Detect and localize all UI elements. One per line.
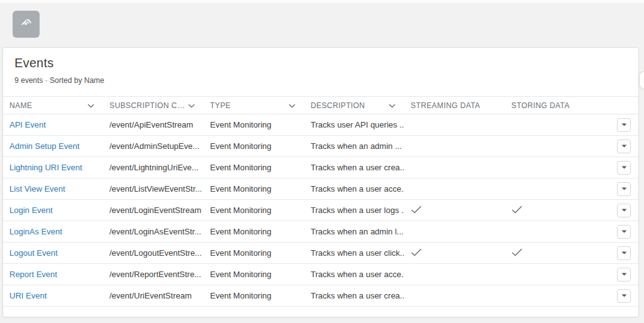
- row-actions-dropdown-button[interactable]: [617, 268, 631, 282]
- chevron-down-icon[interactable]: [289, 101, 296, 110]
- subscription-channel-cell: /event/LogoutEventStre...: [103, 243, 204, 264]
- row-actions-cell: [609, 157, 638, 178]
- row-actions-dropdown-button[interactable]: [617, 225, 631, 239]
- column-header-description[interactable]: DESCRIPTION: [304, 97, 404, 114]
- description-cell: Tracks when a user click...: [304, 243, 404, 264]
- page-top-strip: [0, 0, 644, 3]
- event-name-link[interactable]: Admin Setup Event: [9, 141, 79, 151]
- type-cell: Event Monitoring: [204, 243, 304, 264]
- column-header-actions: [609, 97, 638, 114]
- table-row: URI Event /event/UriEventStream Event Mo…: [3, 285, 638, 307]
- storing-check-icon: [511, 248, 523, 258]
- row-actions-dropdown-button[interactable]: [617, 118, 631, 132]
- storing-data-cell: [505, 114, 609, 136]
- name-cell: Report Event: [3, 264, 103, 285]
- subscription-channel-cell: /event/ListViewEventStr...: [103, 178, 204, 200]
- storing-data-cell: [505, 200, 609, 221]
- table-row: Report Event /event/ReportEventStre... E…: [3, 264, 638, 285]
- name-cell: LoginAs Event: [3, 221, 103, 243]
- events-list-view-card: Events 9 events · Sorted by Name NAME: [3, 47, 639, 317]
- name-cell: API Event: [3, 114, 103, 136]
- description-cell: Tracks when a user acce...: [304, 178, 404, 200]
- streaming-data-cell: [404, 200, 505, 221]
- row-actions-cell: [609, 243, 638, 264]
- event-name-link[interactable]: API Event: [9, 120, 46, 129]
- storing-data-cell: [505, 178, 609, 200]
- column-header-streaming-data: STREAMING DATA: [404, 97, 505, 114]
- event-name-link[interactable]: List View Event: [9, 184, 65, 194]
- event-name-link[interactable]: URI Event: [9, 291, 47, 300]
- storing-check-icon: [511, 205, 523, 216]
- list-view-summary: 9 events · Sorted by Name: [14, 76, 627, 85]
- row-actions-dropdown-button[interactable]: [617, 140, 631, 153]
- row-actions-cell: [609, 264, 638, 285]
- row-actions-dropdown-button[interactable]: [617, 161, 631, 175]
- description-cell: Tracks when a user crea...: [304, 285, 404, 307]
- type-cell: Event Monitoring: [204, 157, 304, 178]
- subscription-channel-cell: /event/LoginEventStream: [103, 200, 204, 221]
- storing-data-cell: [505, 243, 609, 264]
- storing-data-cell: [505, 264, 609, 285]
- description-cell: Tracks when a user crea...: [304, 157, 404, 178]
- table-row: Admin Setup Event /event/AdminSetupEve..…: [3, 136, 638, 157]
- streaming-data-cell: [404, 178, 505, 200]
- right-edge-panel-handle[interactable]: [639, 71, 644, 89]
- events-table: NAME SUBSCRIPTION CH...: [3, 96, 638, 307]
- type-cell: Event Monitoring: [204, 178, 304, 200]
- table-body: API Event /event/ApiEventStream Event Mo…: [3, 114, 638, 307]
- table-row: List View Event /event/ListViewEventStr.…: [3, 178, 638, 200]
- description-cell: Tracks when a user acce...: [304, 264, 404, 285]
- chevron-down-icon[interactable]: [389, 101, 396, 110]
- streaming-data-cell: [404, 157, 505, 178]
- column-header-subscription-channel[interactable]: SUBSCRIPTION CH...: [103, 97, 204, 114]
- event-name-link[interactable]: Lightning URI Event: [9, 163, 82, 172]
- storing-data-cell: [505, 136, 609, 157]
- subscription-channel-cell: /event/AdminSetupEve...: [103, 136, 204, 157]
- column-header-name[interactable]: NAME: [3, 97, 103, 114]
- chevron-down-icon[interactable]: [188, 101, 195, 110]
- name-cell: Login Event: [3, 200, 103, 221]
- row-actions-dropdown-button[interactable]: [617, 246, 631, 260]
- event-name-link[interactable]: Report Event: [9, 270, 57, 279]
- subscription-channel-cell: /event/ReportEventStre...: [103, 264, 204, 285]
- table-header-row: NAME SUBSCRIPTION CH...: [3, 97, 638, 114]
- row-actions-dropdown-button[interactable]: [617, 204, 631, 217]
- event-name-link[interactable]: LoginAs Event: [9, 227, 62, 236]
- row-actions-cell: [609, 200, 638, 221]
- name-cell: Admin Setup Event: [3, 136, 103, 157]
- table-row: API Event /event/ApiEventStream Event Mo…: [3, 114, 638, 136]
- event-name-link[interactable]: Logout Event: [9, 248, 58, 258]
- streaming-check-icon: [411, 248, 422, 258]
- subscription-channel-cell: /event/LightningUriEve...: [103, 157, 204, 178]
- streaming-check-icon: [411, 205, 422, 216]
- row-actions-dropdown-button[interactable]: [617, 289, 631, 303]
- streaming-data-cell: [404, 136, 505, 157]
- chevron-down-icon[interactable]: [87, 101, 94, 110]
- streaming-data-cell: [404, 243, 505, 264]
- streaming-data-cell: [404, 221, 505, 243]
- description-cell: Tracks when an admin l...: [304, 221, 404, 243]
- events-broadcast-icon: [18, 16, 35, 33]
- column-header-type[interactable]: TYPE: [204, 97, 304, 114]
- type-cell: Event Monitoring: [204, 136, 304, 157]
- name-cell: List View Event: [3, 178, 103, 200]
- list-view-header: Events 9 events · Sorted by Name: [3, 48, 638, 96]
- description-cell: Tracks when an admin ...: [304, 136, 404, 157]
- type-cell: Event Monitoring: [204, 200, 304, 221]
- event-name-link[interactable]: Login Event: [9, 205, 53, 215]
- row-actions-cell: [609, 136, 638, 157]
- row-actions-cell: [609, 221, 638, 243]
- description-cell: Tracks when a user logs ...: [304, 200, 404, 221]
- page-title: Events: [14, 56, 627, 70]
- name-cell: URI Event: [3, 285, 103, 307]
- subscription-channel-cell: /event/LoginAsEventStr...: [103, 221, 204, 243]
- table-row: Login Event /event/LoginEventStream Even…: [3, 200, 638, 221]
- row-actions-dropdown-button[interactable]: [617, 182, 631, 196]
- row-actions-cell: [609, 285, 638, 307]
- subscription-channel-cell: /event/UriEventStream: [103, 285, 204, 307]
- row-actions-cell: [609, 178, 638, 200]
- table-row: LoginAs Event /event/LoginAsEventStr... …: [3, 221, 638, 243]
- table-row: Logout Event /event/LogoutEventStre... E…: [3, 243, 638, 264]
- type-cell: Event Monitoring: [204, 264, 304, 285]
- type-cell: Event Monitoring: [204, 285, 304, 307]
